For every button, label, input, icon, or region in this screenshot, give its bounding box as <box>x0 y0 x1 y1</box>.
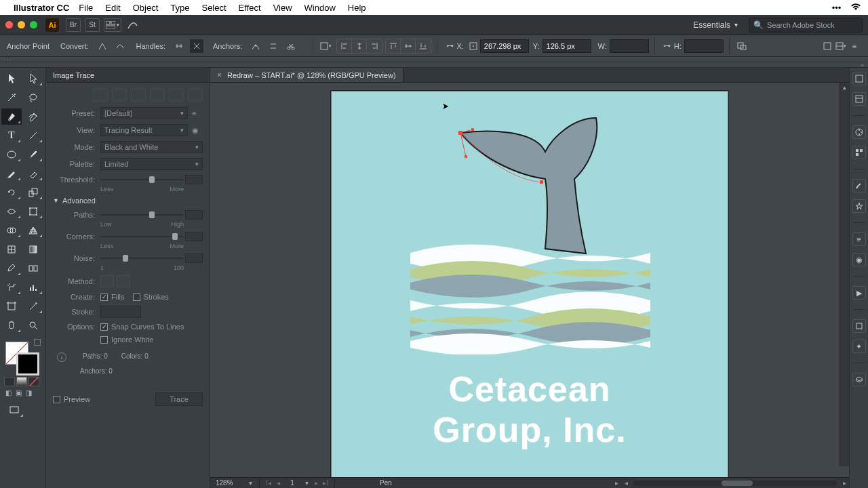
brushes-panel-icon[interactable] <box>852 179 866 192</box>
panel-collapse-bar[interactable]: « <box>0 62 868 68</box>
trace-button[interactable]: Trace <box>155 392 203 406</box>
align-panel-icon[interactable]: ✦ <box>852 340 866 353</box>
preset-auto-button[interactable] <box>93 88 108 102</box>
draw-inside-icon[interactable]: ◨ <box>26 389 32 396</box>
preset-bw-button[interactable] <box>169 88 184 102</box>
menu-window[interactable]: Window <box>304 3 336 13</box>
preview-checkbox[interactable] <box>53 396 60 403</box>
cut-path-button[interactable] <box>284 39 298 53</box>
y-field[interactable]: 126.5 px <box>542 39 591 53</box>
preset-outline-button[interactable] <box>188 88 203 102</box>
next-artboard-button[interactable]: ▸ <box>311 479 321 487</box>
mode-select[interactable]: Black and White▾ <box>100 141 203 153</box>
width-tool[interactable] <box>1 203 22 220</box>
hscroll-right-arrow[interactable]: ▸ <box>840 479 849 487</box>
column-graph-tool[interactable] <box>23 279 43 296</box>
swatches-panel-icon[interactable] <box>852 146 866 159</box>
rotate-tool[interactable] <box>1 184 22 201</box>
noise-slider[interactable] <box>100 253 203 263</box>
menu-help[interactable]: Help <box>348 3 366 13</box>
connect-anchor-button[interactable] <box>267 39 280 53</box>
ellipsis-icon[interactable]: ••• <box>832 3 842 13</box>
palette-select[interactable]: Limited▾ <box>100 158 203 170</box>
color-panel-icon[interactable] <box>852 125 866 139</box>
ignore-white-checkbox[interactable] <box>100 336 108 344</box>
change-screen-mode-button[interactable] <box>4 402 24 418</box>
scale-tool[interactable] <box>23 184 43 201</box>
direct-selection-tool[interactable] <box>23 70 43 87</box>
artboard-dropdown-icon[interactable]: ▾ <box>302 479 311 487</box>
swap-fill-stroke-icon[interactable] <box>34 339 41 346</box>
advanced-toggle[interactable]: ▼Advanced <box>53 197 203 205</box>
preset-highcolor-button[interactable] <box>112 88 127 102</box>
transform-panel-icon[interactable] <box>852 319 866 333</box>
panel-toggle-2[interactable]: ▾ <box>834 39 848 53</box>
close-tab-icon[interactable]: × <box>217 70 222 80</box>
threshold-slider[interactable] <box>100 175 203 184</box>
play-action-icon[interactable]: ▶ <box>852 286 866 300</box>
corners-slider[interactable] <box>100 232 203 241</box>
document-tab[interactable]: × Redraw – START.ai* @ 128% (RGB/GPU Pre… <box>210 68 403 82</box>
remove-anchor-button[interactable] <box>249 39 262 53</box>
libraries-panel-icon[interactable] <box>852 72 866 85</box>
selection-tool[interactable] <box>1 70 22 87</box>
stroke-width-field[interactable] <box>100 306 141 318</box>
ellipse-tool[interactable] <box>1 146 22 163</box>
appearance-panel-icon[interactable]: ◉ <box>852 253 866 266</box>
vertical-scrollbar[interactable]: ▴ <box>840 83 849 466</box>
panel-menu-icon[interactable]: ≡ <box>848 39 861 53</box>
app-menu[interactable]: Illustrator CC <box>14 3 69 13</box>
window-close-button[interactable] <box>5 21 13 28</box>
convert-corner-button[interactable] <box>96 39 109 53</box>
window-minimize-button[interactable] <box>18 21 25 28</box>
eraser-tool[interactable] <box>23 165 43 182</box>
first-artboard-button[interactable]: I◂ <box>264 479 273 487</box>
align-bottom-button[interactable] <box>416 39 431 53</box>
hscroll-left-arrow2[interactable]: ◂ <box>621 479 631 487</box>
type-tool[interactable]: T <box>1 127 22 144</box>
panel-toggle-1[interactable] <box>821 39 834 53</box>
window-zoom-button[interactable] <box>30 21 37 28</box>
free-transform-tool[interactable] <box>23 203 43 220</box>
stroke-panel-icon[interactable]: ≡ <box>852 232 866 246</box>
align-hcenter-button[interactable] <box>352 39 367 53</box>
menu-type[interactable]: Type <box>170 3 189 13</box>
eyedropper-tool[interactable] <box>1 260 22 277</box>
bridge-button[interactable]: Br <box>66 18 81 32</box>
preset-select[interactable]: [Default]▾ <box>100 107 188 119</box>
horizontal-scrollbar[interactable] <box>633 481 837 486</box>
color-mode-gradient[interactable] <box>16 377 27 386</box>
dock-grip-left[interactable]: ∙∙ <box>0 57 868 62</box>
last-artboard-button[interactable]: ▸I <box>321 479 330 487</box>
symbols-panel-icon[interactable] <box>852 199 866 213</box>
artboard-tool[interactable] <box>1 298 22 314</box>
align-right-button[interactable] <box>367 39 382 53</box>
method-abutting-button[interactable] <box>100 275 114 287</box>
method-overlap-button[interactable] <box>117 275 130 287</box>
properties-panel-icon[interactable] <box>852 92 866 106</box>
preset-menu-icon[interactable]: ≡ <box>192 109 203 117</box>
show-handles-button[interactable] <box>172 39 186 53</box>
gpu-preview-icon[interactable] <box>125 18 140 32</box>
link-xy-icon[interactable]: ⊶ <box>443 39 456 53</box>
hscroll-left-arrow[interactable]: ▸ <box>612 479 621 487</box>
shape-builder-tool[interactable] <box>1 222 22 239</box>
align-left-button[interactable] <box>337 39 352 53</box>
snap-curves-checkbox[interactable] <box>100 323 108 331</box>
pen-tool[interactable] <box>1 108 22 125</box>
shape-mode-button[interactable] <box>735 39 749 53</box>
blend-tool[interactable] <box>23 260 43 277</box>
x-field[interactable]: 267.298 px <box>480 39 529 53</box>
zoom-level[interactable]: 128% <box>216 479 245 487</box>
slice-tool[interactable] <box>23 298 43 314</box>
menu-edit[interactable]: Edit <box>105 3 120 13</box>
remove-handles-button[interactable] <box>190 39 203 53</box>
pencil-tool[interactable] <box>1 165 22 182</box>
isolate-button[interactable]: ▾ <box>319 39 332 53</box>
convert-smooth-button[interactable] <box>113 39 127 53</box>
lasso-tool[interactable] <box>23 89 43 106</box>
link-wh-icon[interactable]: ⊶ <box>660 39 674 53</box>
screen-mode-strip[interactable]: ◧▣◨ <box>1 386 44 399</box>
layers-panel-icon[interactable] <box>852 373 866 386</box>
menu-select[interactable]: Select <box>201 3 226 13</box>
